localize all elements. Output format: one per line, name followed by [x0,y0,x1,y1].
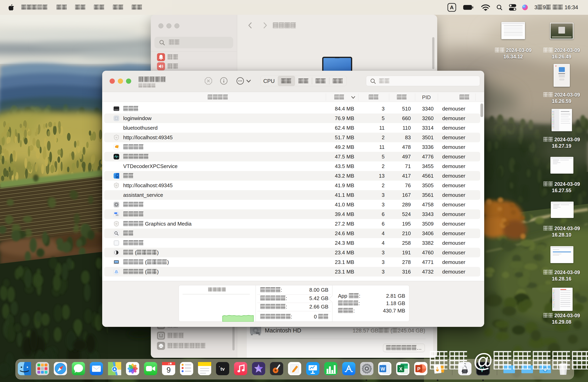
svg-text:A: A [450,4,454,10]
svg-text:X: X [399,366,402,372]
svg-text:tv: tv [220,366,225,372]
svg-text:9: 9 [167,366,171,374]
svg-text:P: P [417,366,420,372]
svg-text:W: W [381,366,385,372]
svg-text:3: 3 [168,363,169,365]
